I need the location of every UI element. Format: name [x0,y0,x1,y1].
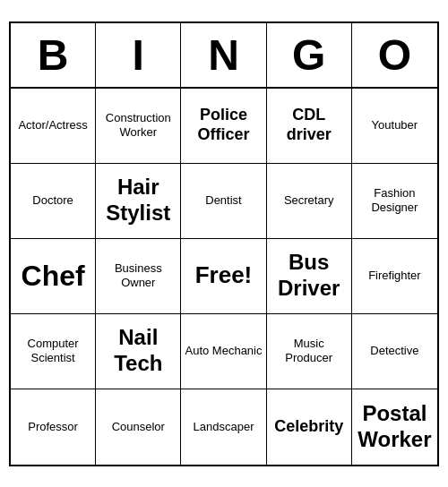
bingo-grid: Actor/ActressConstruction WorkerPolice O… [11,89,437,465]
header-letter-i: I [96,23,181,87]
bingo-cell-9: Fashion Designer [352,164,437,239]
bingo-cell-3: CDL driver [267,89,352,164]
bingo-cell-22: Landscaper [181,389,266,465]
bingo-cell-5: Doctore [11,164,96,239]
bingo-cell-20: Professor [11,389,96,465]
bingo-cell-15: Computer Scientist [11,314,96,389]
bingo-cell-17: Auto Mechanic [181,314,266,389]
bingo-cell-14: Firefighter [352,239,437,314]
bingo-cell-10: Chef [11,239,96,314]
bingo-cell-11: Business Owner [96,239,181,314]
bingo-header: BINGO [11,23,437,89]
bingo-cell-0: Actor/Actress [11,89,96,164]
bingo-cell-18: Music Producer [267,314,352,389]
bingo-cell-21: Counselor [96,389,181,465]
bingo-cell-4: Youtuber [352,89,437,164]
bingo-cell-1: Construction Worker [96,89,181,164]
bingo-cell-2: Police Officer [181,89,266,164]
bingo-card: BINGO Actor/ActressConstruction WorkerPo… [9,21,439,466]
bingo-cell-12: Free! [181,239,266,314]
bingo-cell-19: Detective [352,314,437,389]
header-letter-o: O [352,23,437,87]
bingo-cell-8: Secretary [267,164,352,239]
header-letter-n: N [181,23,266,87]
bingo-cell-7: Dentist [181,164,266,239]
header-letter-g: G [267,23,352,87]
bingo-cell-23: Celebrity [267,389,352,465]
bingo-cell-6: Hair Stylist [96,164,181,239]
header-letter-b: B [11,23,96,87]
bingo-cell-24: Postal Worker [352,389,437,465]
bingo-cell-13: Bus Driver [267,239,352,314]
bingo-cell-16: Nail Tech [96,314,181,389]
